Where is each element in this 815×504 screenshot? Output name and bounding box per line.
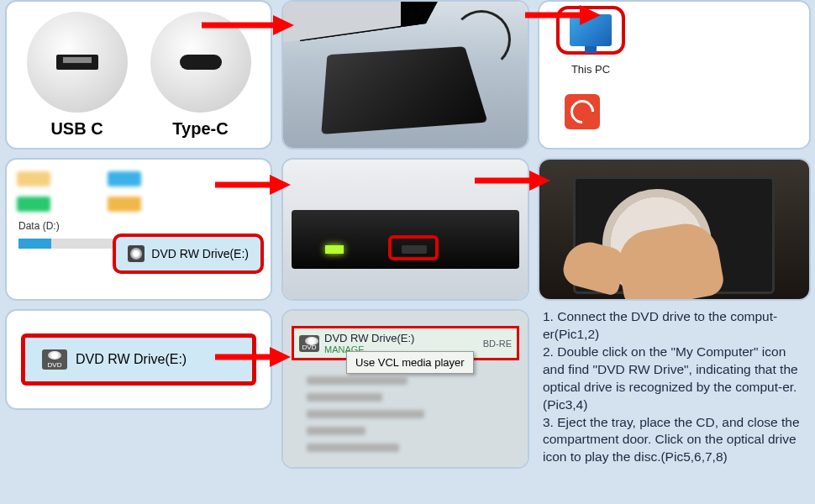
context-menu-item[interactable]: Use VCL media player xyxy=(346,351,474,374)
instruction-step-3: 3. Eject the tray, place the CD, and clo… xyxy=(543,414,806,467)
drive-front-photo xyxy=(283,160,528,299)
insert-disc-photo xyxy=(539,160,809,299)
usb-c-label: Type-C xyxy=(172,119,228,139)
bd-label: BD-RE xyxy=(483,339,512,349)
usb-c-group: Type-C xyxy=(150,12,251,139)
panel-file-explorer: Data (D:) 216 GB , 343 GB DVD RW Drive(E… xyxy=(5,158,272,301)
panel-context-menu: DVD DVD RW Drive(E:) MANAGE BD-RE Use VC… xyxy=(281,309,529,469)
usb-a-port-icon xyxy=(27,12,128,113)
instruction-step-1: 1. Connect the DVD drive to the comput-e… xyxy=(543,308,806,344)
dvd-drive-label: DVD RW Drive(E:) xyxy=(151,247,249,260)
this-pc-highlight xyxy=(556,6,625,55)
laptop-drive-photo xyxy=(283,2,528,148)
tooltip-title: DVD RW Drive(E:) xyxy=(324,332,414,344)
usb-c-port-icon xyxy=(150,12,251,113)
drive-usage-bar xyxy=(18,239,128,249)
monitor-icon[interactable] xyxy=(570,14,612,46)
context-menu-label: Use VCL media player xyxy=(355,356,465,369)
panel-desktop: This PC xyxy=(538,0,811,150)
disc-icon xyxy=(128,245,145,262)
this-pc-icon-group: This PC xyxy=(556,6,625,76)
usb-a-group: USB C xyxy=(27,12,128,139)
panel-dvd-drive-icon: DVD DVD RW Drive(E:) xyxy=(5,309,272,410)
panel-insert-disc xyxy=(538,158,811,301)
panel-eject-button xyxy=(281,158,529,301)
dvd-drive-chip[interactable]: DVD DVD RW Drive(E:) xyxy=(21,333,256,386)
instructions-text: 1. Connect the DVD drive to the comput-e… xyxy=(538,307,811,500)
usb-a-label: USB C xyxy=(50,119,103,139)
dvd-drive-highlight[interactable]: DVD RW Drive(E:) xyxy=(113,234,264,274)
dvd-badge-icon: DVD xyxy=(42,349,67,370)
data-drive-row[interactable]: Data (D:) xyxy=(13,217,264,235)
eject-button-highlight[interactable] xyxy=(388,235,439,260)
dvd-badge-icon: DVD xyxy=(299,335,319,352)
led-indicator-icon xyxy=(325,245,344,254)
data-drive-label: Data (D:) xyxy=(18,220,60,232)
dvd-drive-label: DVD RW Drive(E:) xyxy=(76,352,187,367)
instruction-step-2: 2. Double click on the "My Computer" ico… xyxy=(543,344,806,414)
pdf-icon[interactable] xyxy=(565,94,600,129)
panel-drive-connected xyxy=(281,0,529,150)
this-pc-label: This PC xyxy=(571,63,610,76)
panel-usb-ports: USB C Type-C xyxy=(5,0,272,150)
